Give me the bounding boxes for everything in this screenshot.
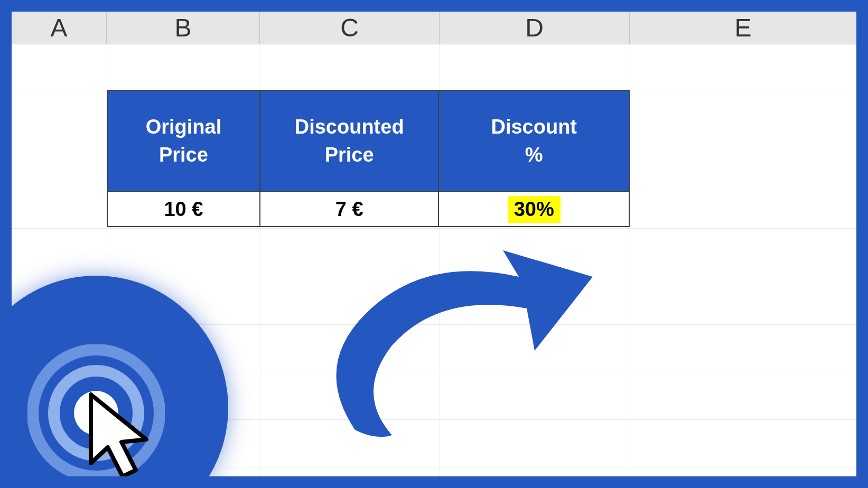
click-rings-icon: [27, 344, 165, 476]
column-header-row: A B C D E: [12, 12, 856, 44]
table-row: 10 € 7 € 30%: [108, 191, 629, 226]
curved-arrow-icon: [292, 245, 619, 467]
col-header-a[interactable]: A: [12, 12, 107, 44]
svg-point-1: [54, 371, 138, 455]
header-discounted-price[interactable]: Discounted Price: [260, 91, 440, 191]
spreadsheet-grid[interactable]: Original Price Discounted Price Discount…: [12, 44, 856, 476]
col-header-b[interactable]: B: [107, 12, 260, 44]
col-header-d[interactable]: D: [440, 12, 630, 44]
cursor-icon: [75, 389, 170, 476]
spreadsheet-frame: A B C D E Original Price Discounted Pric…: [12, 12, 856, 476]
watermark-circle: [12, 276, 228, 476]
svg-point-2: [74, 391, 118, 435]
cell-discounted-price[interactable]: 7 €: [260, 192, 440, 226]
col-header-e[interactable]: E: [630, 12, 856, 44]
col-header-c[interactable]: C: [260, 12, 440, 44]
watermark-glow: [12, 244, 255, 476]
cell-original-price[interactable]: 10 €: [108, 192, 260, 226]
header-original-price[interactable]: Original Price: [108, 91, 260, 191]
cell-discount-percent[interactable]: 30%: [439, 192, 629, 226]
header-discount-percent[interactable]: Discount %: [439, 91, 629, 191]
table-header-row: Original Price Discounted Price Discount…: [108, 91, 629, 191]
price-table: Original Price Discounted Price Discount…: [107, 90, 630, 227]
svg-point-0: [33, 350, 160, 476]
discount-highlight: 30%: [508, 196, 561, 223]
